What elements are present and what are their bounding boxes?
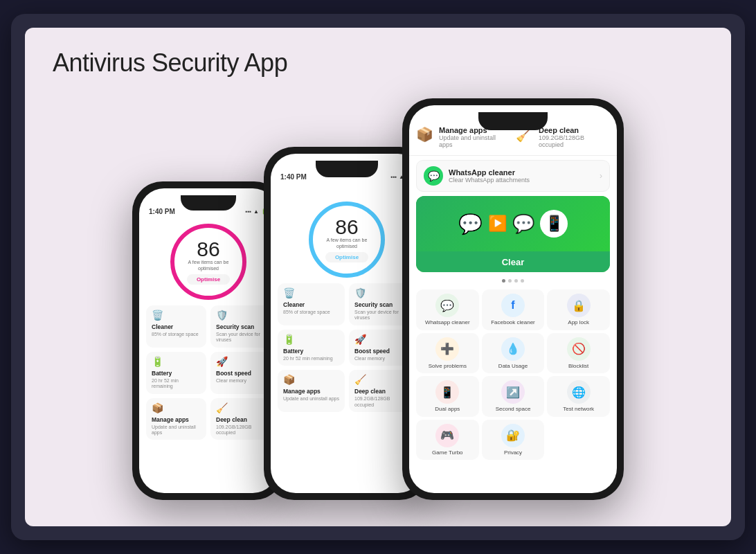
grid-item-sub: Update and uninstall apps [283, 396, 339, 402]
list-item[interactable]: 📦 Manage apps Update and uninstall apps [278, 370, 345, 412]
grid-item-sub: 20 hr 52 min remaining [283, 356, 339, 361]
phone1-score-circle: 86 A few items can be optimised Optimise [170, 224, 246, 300]
cleaner-icon: 🗑️ [152, 310, 201, 321]
solve-problems-icon: ➕ [435, 337, 459, 361]
list-item[interactable]: 🧹 Deep clean 109.2GB/128GB occupied [210, 398, 271, 440]
grid-item-sub: 85% of storage space [152, 332, 201, 337]
page-title: Antivirus Security App [53, 48, 703, 78]
list-item[interactable]: 🔐 Privacy [482, 420, 545, 461]
list-item[interactable]: ➕ Solve problems [416, 333, 479, 374]
list-item[interactable]: 🌐 Test network [547, 376, 610, 417]
grid-item-title: Manage apps [283, 388, 339, 395]
battery-icon: 🔋 [152, 356, 201, 367]
clear-button[interactable]: Clear [416, 251, 610, 272]
list-item[interactable]: 🎮 Game Turbo [416, 420, 479, 461]
privacy-icon: 🔐 [501, 424, 525, 447]
blocklist-icon: 🚫 [567, 337, 591, 361]
phone3-tools-grid: 💬 Whatsapp cleaner f Facebook cleaner [409, 285, 617, 464]
list-item[interactable]: 💧 Data Usage [482, 333, 545, 374]
list-item[interactable]: 🚀 Boost speed Clear memory [210, 352, 271, 394]
banner-decorations: 💬 ▶️ 💬 📱 [458, 210, 568, 238]
manage-icon: 📦 [283, 374, 339, 385]
whatsapp-cleaner-icon: 💬 [435, 294, 459, 317]
phone1-frame: 1:40 PM ▪▪▪ ▲ 🔋 86 A few items can be op… [132, 181, 285, 500]
deep-clean-text: Deep clean 109.2GB/128GB occupied [539, 126, 610, 148]
grid-item-title: Manage apps [152, 416, 201, 423]
carousel-dots [409, 276, 617, 285]
grid-item-sub: Scan your device for viruses [216, 332, 265, 343]
phone1-content: 86 A few items can be optimised Optimise… [139, 218, 278, 488]
phone1-time: 1:40 PM [149, 208, 175, 215]
list-item[interactable]: 🔋 Battery 20 hr 52 min remaining [146, 352, 206, 394]
dot-1 [502, 279, 505, 283]
list-item[interactable]: 🔒 App lock [547, 289, 610, 330]
grid-item-title: Security scan [216, 323, 265, 330]
game-turbo-icon: 🎮 [435, 424, 459, 447]
grid-item-title: Cleaner [152, 323, 201, 330]
phone2-content: 86 A few items can be optimised Optimise… [271, 196, 423, 493]
whatsapp-title: WhatsApp cleaner [449, 168, 530, 177]
phone2-score: 86 [335, 217, 358, 238]
grid-item-title: Battery [152, 370, 201, 377]
facebook-cleaner-icon: f [501, 294, 525, 317]
cleaner-icon: 🗑️ [283, 287, 339, 298]
phone1-optimise-btn[interactable]: Optimise [187, 274, 230, 285]
whatsapp-banner-text: WhatsApp cleaner Clear WhatsApp attachme… [449, 168, 530, 184]
phone2-time: 1:40 PM [280, 173, 307, 181]
dot-3 [514, 279, 518, 283]
chevron-right-icon: › [600, 171, 602, 181]
phones-container: 1:40 PM ▪▪▪ ▲ 🔋 86 A few items can be op… [53, 98, 703, 500]
grid-item-sub: Clear memory [216, 378, 265, 384]
phone3-screen: 📦 Manage apps Update and uninstall apps … [409, 105, 617, 493]
phone1-grid: 🗑️ Cleaner 85% of storage space 🛡️ Secur… [146, 305, 271, 440]
dual-apps-icon: 📱 [435, 380, 459, 404]
battery-icon: 🔋 [283, 334, 339, 345]
phone2-notch [316, 161, 378, 177]
grid-item-title: Cleaner [283, 301, 339, 308]
app-lock-icon: 🔒 [567, 294, 591, 317]
phone2-score-circle: 86 A few items can be optimised Optimise [309, 202, 385, 278]
phone1-score: 86 [197, 239, 219, 260]
dot-2 [508, 279, 512, 283]
list-item[interactable]: 🛡️ Security scan Scan your device for vi… [210, 305, 271, 348]
laptop-frame: Antivirus Security App 1:40 PM ▪▪▪ ▲ 🔋 [11, 14, 745, 540]
list-item[interactable]: 🔋 Battery 20 hr 52 min remaining [278, 330, 345, 366]
phone1-notch [181, 195, 236, 211]
phone1-screen: 1:40 PM ▪▪▪ ▲ 🔋 86 A few items can be op… [139, 188, 278, 493]
grid-item-title: Boost speed [216, 370, 265, 377]
whatsapp-banner[interactable]: 💬 WhatsApp cleaner Clear WhatsApp attach… [416, 160, 610, 192]
phone2-optimise-btn[interactable]: Optimise [325, 252, 368, 262]
list-item[interactable]: 🗑️ Cleaner 85% of storage space [278, 283, 345, 325]
list-item[interactable]: 📱 Dual apps [416, 376, 479, 417]
list-item[interactable]: f Facebook cleaner [482, 289, 545, 330]
whatsapp-sub: Clear WhatsApp attachments [449, 177, 530, 184]
second-space-icon: ↗️ [501, 380, 525, 404]
deepclean-icon: 🧹 [216, 402, 265, 413]
phone2-grid: 🗑️ Cleaner 85% of storage space 🛡️ Secur… [278, 283, 416, 412]
list-item[interactable]: 🚫 Blocklist [547, 333, 610, 374]
list-item[interactable]: ↗️ Second space [482, 376, 545, 417]
grid-item-sub: 20 hr 52 min remaining [152, 378, 201, 390]
phone3-notch [478, 112, 548, 130]
phone2-settings-row: ⚙️ [271, 184, 423, 196]
grid-item-sub: 109.2GB/128GB occupied [216, 425, 265, 436]
data-usage-icon: 💧 [501, 337, 525, 361]
list-item[interactable]: 📦 Manage apps Update and uninstall apps [146, 398, 206, 440]
green-banner: 💬 ▶️ 💬 📱 Clear [416, 196, 610, 272]
phone1-score-section: 86 A few items can be optimised Optimise [146, 224, 271, 300]
whatsapp-banner-left: 💬 WhatsApp cleaner Clear WhatsApp attach… [424, 166, 530, 186]
grid-item-sub: 85% of storage space [283, 310, 339, 315]
laptop-screen: Antivirus Security App 1:40 PM ▪▪▪ ▲ 🔋 [25, 28, 731, 526]
grid-item-sub: Update and uninstall apps [152, 425, 201, 436]
list-item[interactable]: 💬 Whatsapp cleaner [416, 289, 479, 330]
banner-image: 💬 ▶️ 💬 📱 [416, 196, 610, 251]
phone1-score-desc: A few items can be optimised [184, 260, 233, 271]
phone3-frame: 📦 Manage apps Update and uninstall apps … [402, 98, 624, 500]
list-item[interactable]: 🗑️ Cleaner 85% of storage space [146, 305, 206, 348]
phone2-score-section: 86 A few items can be optimised Optimise [278, 202, 416, 278]
security-icon: 🛡️ [216, 310, 265, 321]
boost-icon: 🚀 [216, 356, 265, 367]
phone2-screen: 1:40 PM ▪▪▪ ▲ 🔋 ⚙️ 8 [271, 154, 423, 493]
manage-icon: 📦 [152, 402, 201, 413]
whatsapp-icon: 💬 [424, 166, 443, 186]
